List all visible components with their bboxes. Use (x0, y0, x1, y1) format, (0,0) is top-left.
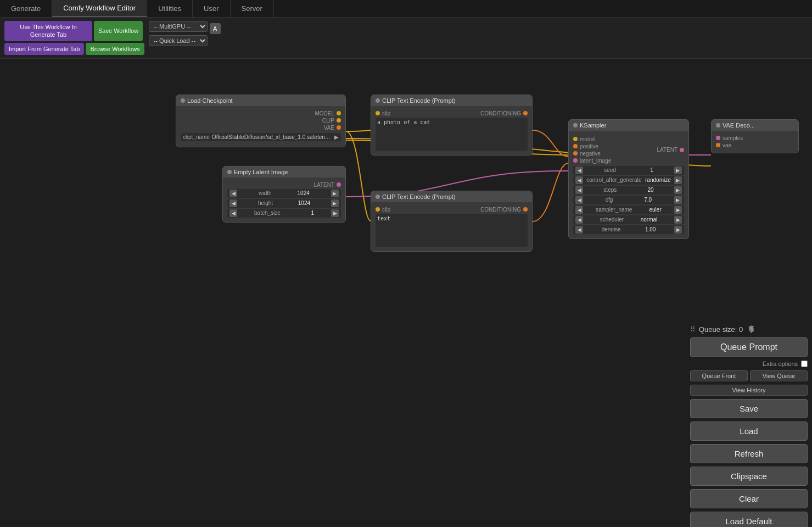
node-title: CLIP Text Encode (Prompt) (382, 193, 456, 200)
extra-options-row: Extra options (690, 360, 808, 367)
control-row[interactable]: ◀ control_after_generate randomize ▶ (573, 176, 684, 185)
top-nav: Generate Comfy Workflow Editor Utilities… (0, 0, 812, 18)
batch-increment[interactable]: ▶ (331, 209, 339, 217)
ckpt-name-row[interactable]: ckpt_name OfficialStableDiffusion/sd_xl_… (181, 133, 341, 141)
use-workflow-button[interactable]: Use This Workflow In Generate Tab (4, 21, 92, 41)
scheduler-label: scheduler (600, 217, 624, 223)
queue-dots-icon: ⠿ (690, 325, 696, 334)
seed-decrement[interactable]: ◀ (575, 167, 583, 174)
denoise-increment[interactable]: ▶ (674, 226, 682, 234)
toolbar: Use This Workflow In Generate Tab Save W… (0, 18, 812, 59)
clip1-output-connector (523, 111, 528, 115)
node-body: clip CONDITIONING text (371, 202, 532, 251)
sampler-row[interactable]: ◀ sampler_name euler ▶ (573, 206, 684, 214)
model-output-connector (337, 111, 341, 115)
ckpt-value: OfficialStableDiffusion/sd_xl_base_1.0.s… (212, 134, 332, 140)
denoise-decrement[interactable]: ◀ (575, 226, 583, 234)
batch-label: batch_size (254, 210, 281, 216)
node-status-dot (376, 195, 380, 199)
clip2-output-connector (523, 207, 528, 212)
vae-output-row: VAE (181, 125, 341, 131)
tab-user[interactable]: User (193, 0, 230, 17)
negative-input-connector (573, 151, 578, 156)
steps-value: 20 (637, 187, 654, 193)
view-queue-button[interactable]: View Queue (750, 370, 808, 381)
tab-comfy-workflow-editor[interactable]: Comfy Workflow Editor (52, 0, 147, 17)
node-body: MODEL CLIP VAE ckpt_name O (176, 106, 345, 147)
multigpu-select[interactable]: -- MultiGPU -- (149, 21, 208, 32)
clip1-ports-row: clip CONDITIONING (376, 110, 528, 117)
node-clip1-header: CLIP Text Encode (Prompt) (371, 95, 532, 106)
ksampler-ports: model positive negative latent_image (573, 135, 684, 165)
node-empty-latent: Empty Latent Image LATENT ◀ width 1024 ▶… (222, 166, 346, 223)
width-increment[interactable]: ▶ (331, 190, 339, 197)
seed-label: seed (604, 167, 616, 173)
quick-load-select[interactable]: -- Quick Load -- (149, 35, 208, 46)
seed-increment[interactable]: ▶ (674, 167, 682, 174)
cfg-row[interactable]: ◀ cfg 7.0 ▶ (573, 196, 684, 204)
clipspace-button[interactable]: Clipspace (690, 467, 808, 486)
cfg-decrement[interactable]: ◀ (575, 196, 583, 204)
queue-actions-row: Queue Front View Queue (690, 370, 808, 381)
tab-server[interactable]: Server (231, 0, 274, 17)
height-value: 1024 (294, 200, 310, 206)
save-button[interactable]: Save (690, 399, 808, 418)
load-button[interactable]: Load (690, 421, 808, 441)
steps-increment[interactable]: ▶ (674, 186, 682, 194)
tab-generate[interactable]: Generate (0, 0, 52, 17)
height-increment[interactable]: ▶ (331, 199, 339, 207)
positive-input-connector (573, 144, 578, 148)
extra-options-checkbox[interactable] (801, 360, 808, 367)
clear-button[interactable]: Clear (690, 489, 808, 508)
tab-utilities[interactable]: Utilities (147, 0, 193, 17)
scheduler-increment[interactable]: ▶ (674, 216, 682, 224)
batch-decrement[interactable]: ◀ (229, 209, 237, 217)
steps-decrement[interactable]: ◀ (575, 186, 583, 194)
queue-header: ⠿ Queue size: 0 (690, 325, 808, 334)
clip2-ports-row: clip CONDITIONING (376, 207, 528, 213)
control-decrement[interactable]: ◀ (575, 176, 583, 184)
scheduler-decrement[interactable]: ◀ (575, 216, 583, 224)
clip1-text-input[interactable]: a photo of a cat (376, 118, 528, 151)
right-panel: ⠿ Queue size: 0 Queue Prompt Extra optio… (686, 321, 812, 527)
import-from-generate-button[interactable]: Import From Generate Tab (4, 43, 84, 55)
batch-size-row[interactable]: ◀ batch_size 1 ▶ (227, 209, 341, 218)
steps-row[interactable]: ◀ steps 20 ▶ (573, 186, 684, 195)
node-ksampler: KSampler model positive negative (568, 119, 689, 239)
node-title: KSampler (580, 122, 606, 129)
node-title: Empty Latent Image (234, 169, 288, 175)
a-badge[interactable]: A (210, 23, 221, 34)
node-clip1: CLIP Text Encode (Prompt) clip CONDITION… (371, 95, 533, 156)
refresh-button[interactable]: Refresh (690, 444, 808, 463)
clip2-text-input[interactable]: text (376, 214, 528, 247)
seed-row[interactable]: ◀ seed 1 ▶ (573, 166, 684, 175)
browse-workflows-button[interactable]: Browse Workflows (86, 43, 144, 55)
gear-icon[interactable] (746, 325, 755, 334)
width-decrement[interactable]: ◀ (229, 190, 237, 197)
control-increment[interactable]: ▶ (674, 176, 682, 184)
sampler-decrement[interactable]: ◀ (575, 206, 583, 214)
denoise-row[interactable]: ◀ denoise 1.00 ▶ (573, 225, 684, 234)
vae-input-connector (716, 143, 720, 147)
cfg-increment[interactable]: ▶ (674, 196, 682, 204)
queue-front-button[interactable]: Queue Front (690, 370, 748, 381)
node-title: VAE Deco... (723, 122, 755, 129)
clip1-input-connector (376, 111, 380, 115)
width-value: 1024 (293, 190, 310, 196)
save-workflow-button[interactable]: Save Workflow (94, 21, 143, 41)
height-decrement[interactable]: ◀ (229, 199, 237, 207)
ckpt-label: ckpt_name (183, 134, 210, 140)
queue-prompt-button[interactable]: Queue Prompt (690, 337, 808, 357)
ckpt-btn[interactable]: ▶ (334, 134, 339, 140)
load-default-button[interactable]: Load Default (690, 512, 808, 527)
width-row[interactable]: ◀ width 1024 ▶ (227, 189, 341, 198)
cfg-value: 7.0 (635, 197, 652, 203)
node-vae-decode: VAE Deco... samples vae (711, 119, 799, 153)
sampler-increment[interactable]: ▶ (674, 206, 682, 214)
node-body: samples vae (712, 131, 798, 153)
view-history-button[interactable]: View History (690, 385, 808, 396)
scheduler-value: normal (641, 217, 658, 223)
scheduler-row[interactable]: ◀ scheduler normal ▶ (573, 215, 684, 224)
height-row[interactable]: ◀ height 1024 ▶ (227, 199, 341, 208)
queue-size-label: Queue size: 0 (699, 325, 743, 334)
